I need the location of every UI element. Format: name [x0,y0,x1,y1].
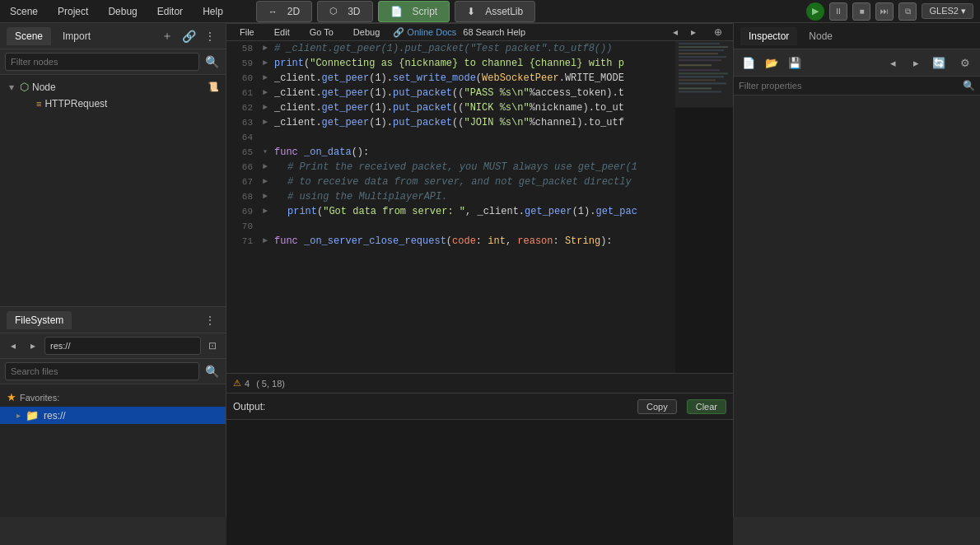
fs-more-button[interactable]: ⋮ [201,311,219,329]
node-type-icon: ⬡ [20,81,29,93]
status-position: ( 5, 18) [256,379,285,389]
movie-button[interactable]: ⧉ [898,2,917,21]
clear-button[interactable]: Clear [687,399,726,414]
scene-panel: Scene Import ＋ 🔗 ⋮ 🔍 ▾ ⬡ Node 📜 [0,23,226,307]
output-header: Output: Copy Clear [226,394,733,420]
fs-item-label: res:// [44,410,66,422]
code-line-61: 61 ► _client.get_peer(1).put_packet(("PA… [226,86,675,100]
code-line-67: 67 ► # to receive data from server, and … [226,175,675,189]
code-line-66: 66 ► # Print the received packet, you MU… [226,160,675,175]
fs-tree: ★ Favorites: ▸ 📁 res:// [0,384,226,517]
minimap [675,41,733,373]
tree-item-node[interactable]: ▾ ⬡ Node 📜 [0,78,226,95]
pause-button[interactable]: ⏸ [829,2,847,21]
fs-item-res[interactable]: ▸ 📁 res:// [0,407,226,424]
script-button[interactable]: 📄 Script [378,1,450,22]
forward-button[interactable]: ▸ [25,338,41,354]
step-button[interactable]: ⏭ [875,2,894,21]
output-content [226,420,733,545]
play-icon: ▶ [809,4,822,18]
fs-search-bar: 🔍 [0,359,226,384]
nav-next-button[interactable]: ▸ [906,53,926,72]
menu-debug[interactable]: Debug [105,4,140,19]
menu-help[interactable]: Help [199,4,226,19]
favorites-label: ★ Favorites: [0,388,226,407]
warning-icon: ⚠ [233,378,241,389]
stop-button[interactable]: ■ [852,2,870,21]
history-button[interactable]: 🔄 [929,53,949,72]
add-node-button[interactable]: ＋ [158,27,176,45]
code-main: 58 ► # _client.get_peer(1).put_packet("T… [226,41,733,373]
nav-back-arrow[interactable]: ◂ [667,24,684,40]
fs-toolbar: ◂ ▸ res:// ⊡ [0,333,226,359]
filter-search-icon[interactable]: 🔍 [203,53,221,71]
copy-button[interactable]: Copy [637,399,677,414]
scene-panel-header: Scene Import ＋ 🔗 ⋮ [0,23,226,49]
tab-inspector[interactable]: Inspector [740,27,797,45]
movie-icon: ⧉ [902,5,914,18]
inspector-search: 🔍 [734,77,980,95]
gles-selector[interactable]: GLES2 ▾ [922,3,973,19]
assetlib-button[interactable]: ⬇ AssetLib [455,1,535,22]
layout-toggle-button[interactable]: ⊡ [204,338,221,354]
tab-scene[interactable]: Scene [7,27,51,45]
menu-project[interactable]: Project [54,4,91,19]
script-attached-icon: 📜 [208,82,219,92]
code-line-59: 59 ► print("Connecting as {nickname} to … [226,56,675,71]
fs-panel-header: FileSystem ⋮ [0,307,226,333]
star-icon: ★ [7,391,16,403]
play-button[interactable]: ▶ [806,2,824,21]
debug-menu-button[interactable]: Debug [347,26,386,39]
scene-toolbar: 🔍 [0,49,226,75]
tab-node[interactable]: Node [800,27,841,45]
open-script-button[interactable]: 📂 [762,53,782,72]
expand-triangle: ▸ [16,411,21,420]
tab-import[interactable]: Import [54,27,99,45]
link-button[interactable]: 🔗 [180,27,198,45]
code-line-62: 62 ► _client.get_peer(1).put_packet(("NI… [226,100,675,115]
3d-icon: ⬡ [326,4,341,18]
tree-item-label-child: HTTPRequest [44,98,107,109]
assetlib-icon: ⬇ [464,4,478,19]
2d-button[interactable]: ↔ 2D [256,1,312,22]
filter-nodes-input[interactable] [5,53,199,71]
menu-scene[interactable]: Scene [7,4,41,19]
edit-menu-button[interactable]: Edit [268,26,296,39]
inspector-header: Inspector Node [734,23,980,49]
left-panel: Scene Import ＋ 🔗 ⋮ 🔍 ▾ ⬡ Node 📜 [0,23,226,517]
file-menu-button[interactable]: File [233,26,261,39]
back-button[interactable]: ◂ [5,338,21,354]
filter-button[interactable]: ⚙ [955,53,975,72]
nav-forward-arrow[interactable]: ▸ [685,24,702,40]
expand-icon: ▾ [7,82,16,93]
code-line-58: 58 ► # _client.get_peer(1).put_packet("T… [226,41,675,56]
menu-editor[interactable]: Editor [154,4,186,19]
output-label: Output: [233,401,265,412]
warning-count: 4 [245,379,250,389]
bookmark-button[interactable]: ⊕ [710,24,726,40]
main-layout: Scene Import ＋ 🔗 ⋮ 🔍 ▾ ⬡ Node 📜 [0,23,980,517]
tab-filesystem[interactable]: FileSystem [7,311,72,329]
fs-search-icon[interactable]: 🔍 [203,362,221,380]
scene-more-button[interactable]: ⋮ [201,27,219,45]
menu-bar: Scene Project Debug Editor Help ↔ 2D ⬡ 3… [0,0,980,23]
scene-tree: ▾ ⬡ Node 📜 ≡ HTTPRequest [0,75,226,306]
search-help-button[interactable]: 68 Search Help [463,27,525,37]
pause-icon: ⏸ [831,5,846,17]
code-area[interactable]: 58 ► # _client.get_peer(1).put_packet("T… [226,41,675,373]
online-docs-button[interactable]: 🔗 Online Docs [393,27,456,38]
goto-menu-button[interactable]: Go To [303,26,340,39]
tree-item-label: Node [32,82,56,93]
code-line-60: 60 ► _client.get_peer(1).set_write_mode(… [226,71,675,86]
3d-button[interactable]: ⬡ 3D [317,1,372,22]
new-script-button[interactable]: 📄 [739,53,758,72]
tree-item-httprequest[interactable]: ≡ HTTPRequest [0,95,226,112]
nav-prev-button[interactable]: ◂ [883,53,903,72]
save-script-button[interactable]: 💾 [785,53,805,72]
stop-icon: ■ [856,5,867,17]
code-view: 58 ► # _client.get_peer(1).put_packet("T… [226,41,733,393]
search-files-input[interactable] [5,362,199,380]
right-panel: Inspector Node 📄 📂 💾 ◂ ▸ 🔄 ⚙ 🔍 [733,23,980,517]
filter-properties-input[interactable] [739,81,963,91]
2d-icon: ↔ [265,5,281,18]
